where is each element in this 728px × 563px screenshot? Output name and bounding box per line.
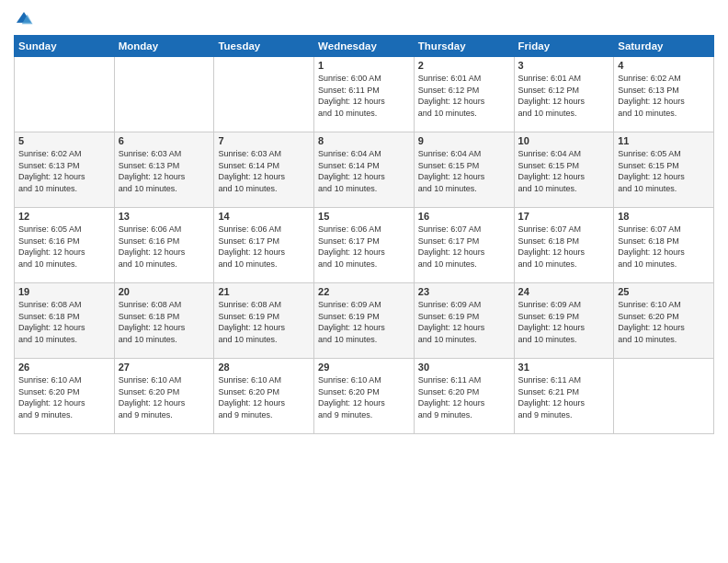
day-number: 23 bbox=[418, 286, 510, 297]
day-info: Sunrise: 6:02 AMSunset: 6:13 PMDaylight:… bbox=[18, 148, 110, 194]
day-info: Sunrise: 6:07 AMSunset: 6:18 PMDaylight:… bbox=[618, 224, 710, 270]
day-cell-17: 17Sunrise: 6:07 AMSunset: 6:18 PMDayligh… bbox=[514, 208, 614, 283]
day-info: Sunrise: 6:06 AMSunset: 6:17 PMDaylight:… bbox=[218, 224, 310, 270]
weekday-header-wednesday: Wednesday bbox=[314, 36, 415, 57]
day-cell-15: 15Sunrise: 6:06 AMSunset: 6:17 PMDayligh… bbox=[314, 208, 415, 283]
day-number: 17 bbox=[518, 211, 610, 222]
day-number: 26 bbox=[18, 362, 110, 373]
header bbox=[14, 9, 714, 29]
logo bbox=[14, 9, 38, 29]
day-cell-30: 30Sunrise: 6:11 AMSunset: 6:20 PMDayligh… bbox=[414, 359, 514, 434]
day-number: 14 bbox=[218, 211, 310, 222]
day-info: Sunrise: 6:09 AMSunset: 6:19 PMDaylight:… bbox=[518, 299, 610, 345]
day-cell-29: 29Sunrise: 6:10 AMSunset: 6:20 PMDayligh… bbox=[314, 359, 415, 434]
day-info: Sunrise: 6:11 AMSunset: 6:21 PMDaylight:… bbox=[518, 374, 610, 420]
day-number: 6 bbox=[119, 135, 210, 146]
day-cell-22: 22Sunrise: 6:09 AMSunset: 6:19 PMDayligh… bbox=[314, 283, 415, 359]
day-number: 2 bbox=[418, 60, 510, 71]
day-number: 22 bbox=[318, 286, 410, 297]
day-cell-2: 2Sunrise: 6:01 AMSunset: 6:12 PMDaylight… bbox=[414, 57, 514, 132]
day-info: Sunrise: 6:10 AMSunset: 6:20 PMDaylight:… bbox=[119, 374, 210, 420]
day-cell-23: 23Sunrise: 6:09 AMSunset: 6:19 PMDayligh… bbox=[414, 283, 514, 359]
day-info: Sunrise: 6:07 AMSunset: 6:17 PMDaylight:… bbox=[418, 224, 510, 270]
calendar: SundayMondayTuesdayWednesdayThursdayFrid… bbox=[14, 35, 714, 434]
weekday-header-sunday: Sunday bbox=[15, 36, 115, 57]
day-number: 29 bbox=[318, 362, 410, 373]
weekday-header-row: SundayMondayTuesdayWednesdayThursdayFrid… bbox=[15, 36, 714, 57]
page: SundayMondayTuesdayWednesdayThursdayFrid… bbox=[0, 0, 728, 563]
day-number: 16 bbox=[418, 211, 510, 222]
day-info: Sunrise: 6:01 AMSunset: 6:12 PMDaylight:… bbox=[518, 73, 610, 119]
week-row-2: 5Sunrise: 6:02 AMSunset: 6:13 PMDaylight… bbox=[15, 132, 714, 208]
day-cell-9: 9Sunrise: 6:04 AMSunset: 6:15 PMDaylight… bbox=[414, 132, 514, 208]
day-number: 4 bbox=[618, 60, 710, 71]
day-info: Sunrise: 6:08 AMSunset: 6:18 PMDaylight:… bbox=[119, 299, 210, 345]
day-number: 18 bbox=[618, 211, 710, 222]
day-cell-26: 26Sunrise: 6:10 AMSunset: 6:20 PMDayligh… bbox=[15, 359, 115, 434]
day-cell-27: 27Sunrise: 6:10 AMSunset: 6:20 PMDayligh… bbox=[114, 359, 214, 434]
day-number: 19 bbox=[18, 286, 110, 297]
day-cell-16: 16Sunrise: 6:07 AMSunset: 6:17 PMDayligh… bbox=[414, 208, 514, 283]
day-number: 11 bbox=[618, 135, 710, 146]
empty-cell bbox=[214, 57, 314, 132]
week-row-5: 26Sunrise: 6:10 AMSunset: 6:20 PMDayligh… bbox=[15, 359, 714, 434]
day-number: 27 bbox=[119, 362, 210, 373]
day-info: Sunrise: 6:04 AMSunset: 6:15 PMDaylight:… bbox=[418, 148, 510, 194]
week-row-3: 12Sunrise: 6:05 AMSunset: 6:16 PMDayligh… bbox=[15, 208, 714, 283]
day-info: Sunrise: 6:06 AMSunset: 6:17 PMDaylight:… bbox=[318, 224, 410, 270]
weekday-header-friday: Friday bbox=[514, 36, 614, 57]
day-cell-28: 28Sunrise: 6:10 AMSunset: 6:20 PMDayligh… bbox=[214, 359, 314, 434]
day-cell-3: 3Sunrise: 6:01 AMSunset: 6:12 PMDaylight… bbox=[514, 57, 614, 132]
day-cell-19: 19Sunrise: 6:08 AMSunset: 6:18 PMDayligh… bbox=[15, 283, 115, 359]
empty-cell bbox=[15, 57, 115, 132]
day-number: 21 bbox=[218, 286, 310, 297]
day-info: Sunrise: 6:10 AMSunset: 6:20 PMDaylight:… bbox=[318, 374, 410, 420]
day-info: Sunrise: 6:09 AMSunset: 6:19 PMDaylight:… bbox=[318, 299, 410, 345]
weekday-header-monday: Monday bbox=[114, 36, 214, 57]
day-info: Sunrise: 6:10 AMSunset: 6:20 PMDaylight:… bbox=[18, 374, 110, 420]
day-cell-18: 18Sunrise: 6:07 AMSunset: 6:18 PMDayligh… bbox=[614, 208, 714, 283]
day-info: Sunrise: 6:03 AMSunset: 6:13 PMDaylight:… bbox=[119, 148, 210, 194]
day-number: 10 bbox=[518, 135, 610, 146]
day-cell-21: 21Sunrise: 6:08 AMSunset: 6:19 PMDayligh… bbox=[214, 283, 314, 359]
day-cell-10: 10Sunrise: 6:04 AMSunset: 6:15 PMDayligh… bbox=[514, 132, 614, 208]
day-number: 7 bbox=[218, 135, 310, 146]
day-number: 9 bbox=[418, 135, 510, 146]
day-number: 12 bbox=[18, 211, 110, 222]
day-number: 13 bbox=[119, 211, 210, 222]
day-info: Sunrise: 6:05 AMSunset: 6:15 PMDaylight:… bbox=[618, 148, 710, 194]
day-number: 30 bbox=[418, 362, 510, 373]
day-cell-8: 8Sunrise: 6:04 AMSunset: 6:14 PMDaylight… bbox=[314, 132, 415, 208]
day-cell-25: 25Sunrise: 6:10 AMSunset: 6:20 PMDayligh… bbox=[614, 283, 714, 359]
day-cell-6: 6Sunrise: 6:03 AMSunset: 6:13 PMDaylight… bbox=[114, 132, 214, 208]
day-info: Sunrise: 6:04 AMSunset: 6:15 PMDaylight:… bbox=[518, 148, 610, 194]
day-info: Sunrise: 6:02 AMSunset: 6:13 PMDaylight:… bbox=[618, 73, 710, 119]
day-cell-11: 11Sunrise: 6:05 AMSunset: 6:15 PMDayligh… bbox=[614, 132, 714, 208]
day-info: Sunrise: 6:00 AMSunset: 6:11 PMDaylight:… bbox=[318, 73, 410, 119]
day-info: Sunrise: 6:07 AMSunset: 6:18 PMDaylight:… bbox=[518, 224, 610, 270]
weekday-header-thursday: Thursday bbox=[414, 36, 514, 57]
day-cell-1: 1Sunrise: 6:00 AMSunset: 6:11 PMDaylight… bbox=[314, 57, 415, 132]
empty-cell bbox=[114, 57, 214, 132]
day-number: 1 bbox=[318, 60, 410, 71]
day-number: 5 bbox=[18, 135, 110, 146]
weekday-header-tuesday: Tuesday bbox=[214, 36, 314, 57]
day-cell-24: 24Sunrise: 6:09 AMSunset: 6:19 PMDayligh… bbox=[514, 283, 614, 359]
day-cell-14: 14Sunrise: 6:06 AMSunset: 6:17 PMDayligh… bbox=[214, 208, 314, 283]
day-cell-5: 5Sunrise: 6:02 AMSunset: 6:13 PMDaylight… bbox=[15, 132, 115, 208]
day-info: Sunrise: 6:06 AMSunset: 6:16 PMDaylight:… bbox=[119, 224, 210, 270]
day-cell-31: 31Sunrise: 6:11 AMSunset: 6:21 PMDayligh… bbox=[514, 359, 614, 434]
day-number: 24 bbox=[518, 286, 610, 297]
day-number: 3 bbox=[518, 60, 610, 71]
day-info: Sunrise: 6:05 AMSunset: 6:16 PMDaylight:… bbox=[18, 224, 110, 270]
day-number: 28 bbox=[218, 362, 310, 373]
day-number: 25 bbox=[618, 286, 710, 297]
day-info: Sunrise: 6:01 AMSunset: 6:12 PMDaylight:… bbox=[418, 73, 510, 119]
day-cell-7: 7Sunrise: 6:03 AMSunset: 6:14 PMDaylight… bbox=[214, 132, 314, 208]
day-info: Sunrise: 6:03 AMSunset: 6:14 PMDaylight:… bbox=[218, 148, 310, 194]
day-info: Sunrise: 6:09 AMSunset: 6:19 PMDaylight:… bbox=[418, 299, 510, 345]
day-cell-12: 12Sunrise: 6:05 AMSunset: 6:16 PMDayligh… bbox=[15, 208, 115, 283]
day-cell-13: 13Sunrise: 6:06 AMSunset: 6:16 PMDayligh… bbox=[114, 208, 214, 283]
day-info: Sunrise: 6:08 AMSunset: 6:19 PMDaylight:… bbox=[218, 299, 310, 345]
day-info: Sunrise: 6:10 AMSunset: 6:20 PMDaylight:… bbox=[618, 299, 710, 345]
